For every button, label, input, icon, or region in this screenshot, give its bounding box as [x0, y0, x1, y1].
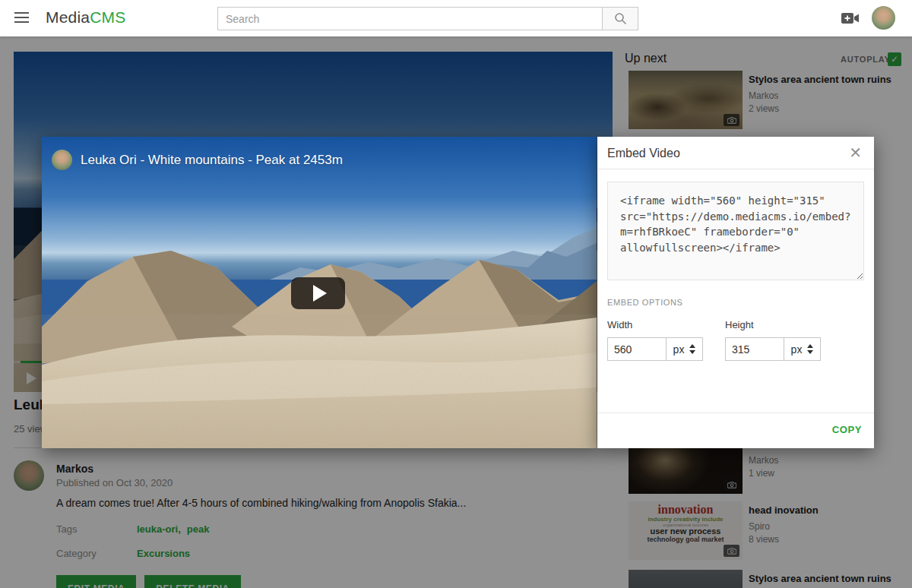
search-icon	[614, 12, 627, 25]
embed-options-label: EMBED OPTIONS	[607, 298, 864, 307]
search-input[interactable]	[217, 7, 603, 30]
width-input[interactable]	[607, 337, 667, 361]
preview-video-title[interactable]: Leuka Ori - White mountains - Peak at 24…	[81, 153, 343, 168]
embed-code-textarea[interactable]: <iframe width="560" height="315" src="ht…	[607, 182, 864, 280]
preview-author-avatar	[52, 150, 72, 170]
height-input[interactable]	[725, 337, 784, 361]
top-app-bar: MediaCMS	[0, 0, 912, 36]
width-unit-value: px	[673, 343, 685, 356]
stepper-arrows-icon[interactable]	[689, 344, 695, 354]
embed-preview-player: Leuka Ori - White mountains - Peak at 24…	[42, 137, 597, 448]
close-icon[interactable]: ✕	[849, 144, 862, 161]
height-field-group: Height px	[725, 319, 821, 361]
width-field-group: Width px	[607, 319, 703, 361]
stepper-arrows-icon[interactable]	[807, 344, 813, 354]
height-unit-select[interactable]: px	[784, 337, 821, 361]
width-unit-select[interactable]: px	[666, 337, 703, 361]
height-label: Height	[725, 319, 821, 330]
user-avatar[interactable]	[872, 6, 895, 30]
play-icon	[313, 285, 327, 302]
width-label: Width	[607, 319, 703, 330]
height-unit-value: px	[791, 343, 803, 356]
embed-video-modal: Embed Video ✕ <iframe width="560" height…	[597, 137, 874, 448]
copy-button[interactable]: COPY	[832, 424, 862, 435]
search-button[interactable]	[603, 7, 638, 30]
upload-media-icon[interactable]	[841, 11, 860, 26]
menu-icon[interactable]	[14, 12, 29, 24]
mediacms-logo[interactable]: MediaCMS	[46, 8, 125, 27]
modal-title: Embed Video	[607, 147, 680, 160]
play-button[interactable]	[291, 277, 345, 309]
